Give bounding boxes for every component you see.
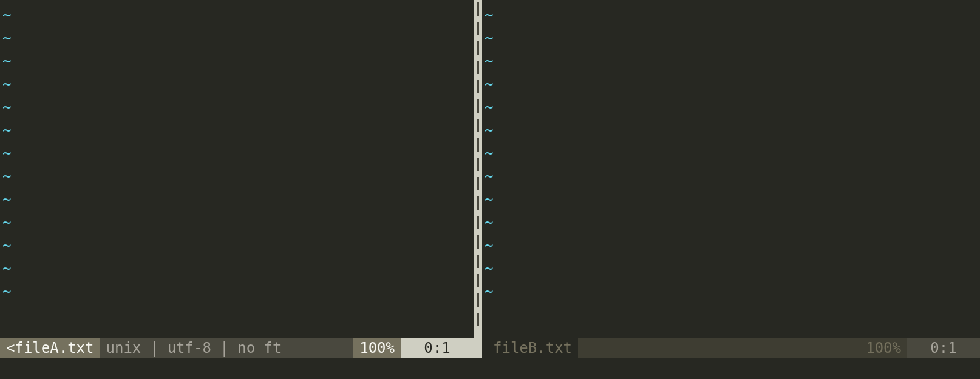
empty-line-tilde: ~: [482, 142, 980, 165]
empty-line-tilde: ~: [0, 27, 474, 50]
status-linecol: 0:1: [907, 338, 980, 358]
split-dash: [477, 313, 479, 326]
buffer-right[interactable]: ~~~~~~~~~~~~~: [482, 0, 980, 338]
split-dash: [477, 235, 479, 249]
split-dash: [477, 274, 479, 287]
empty-line-tilde: ~: [482, 211, 980, 234]
empty-line-tilde: ~: [482, 188, 980, 211]
split-dash: [477, 22, 479, 35]
split-dash: [477, 61, 479, 74]
status-fileinfo: [578, 338, 860, 358]
empty-line-tilde: ~: [0, 188, 474, 211]
split-dash: [477, 293, 479, 307]
split-panes: ~~~~~~~~~~~~~ <fileA.txt unix | utf-8 | …: [0, 0, 980, 358]
empty-line-tilde: ~: [0, 165, 474, 188]
command-line[interactable]: [0, 358, 980, 379]
status-fileinfo: unix | utf-8 | no ft: [100, 338, 354, 358]
empty-line-tilde: ~: [0, 142, 474, 165]
statusline-left: <fileA.txt unix | utf-8 | no ft 100% 0:1: [0, 338, 474, 358]
empty-line-tilde: ~: [0, 257, 474, 280]
empty-line-tilde: ~: [0, 234, 474, 257]
buffer-left[interactable]: ~~~~~~~~~~~~~: [0, 0, 474, 338]
empty-line-tilde: ~: [482, 280, 980, 303]
empty-line-tilde: ~: [0, 96, 474, 119]
empty-line-tilde: ~: [0, 211, 474, 234]
split-dash: [477, 196, 479, 210]
empty-line-tilde: ~: [482, 234, 980, 257]
empty-line-tilde: ~: [482, 27, 980, 50]
split-dash: [477, 80, 479, 93]
empty-line-tilde: ~: [0, 4, 474, 27]
status-percent: 100%: [353, 338, 401, 358]
split-dash: [477, 119, 479, 132]
split-dash: [477, 255, 479, 268]
empty-line-tilde: ~: [482, 50, 980, 73]
split-dash: [477, 158, 479, 171]
empty-line-tilde: ~: [0, 119, 474, 142]
empty-line-tilde: ~: [482, 96, 980, 119]
empty-line-tilde: ~: [482, 119, 980, 142]
empty-line-tilde: ~: [482, 4, 980, 27]
empty-line-tilde: ~: [482, 257, 980, 280]
split-dash: [477, 216, 479, 229]
vertical-split-bar[interactable]: [474, 0, 482, 358]
status-linecol: 0:1: [401, 338, 474, 358]
split-dash: [477, 41, 479, 55]
empty-line-tilde: ~: [0, 280, 474, 303]
vim-editor: ~~~~~~~~~~~~~ <fileA.txt unix | utf-8 | …: [0, 0, 980, 379]
split-dash: [477, 138, 479, 152]
split-dash: [477, 2, 479, 16]
status-filename: <fileA.txt: [0, 338, 100, 358]
status-filename: fileB.txt: [482, 338, 578, 358]
empty-line-tilde: ~: [0, 50, 474, 73]
split-dash: [477, 99, 479, 113]
empty-line-tilde: ~: [482, 165, 980, 188]
statusline-right: fileB.txt 100% 0:1: [482, 338, 980, 358]
empty-line-tilde: ~: [482, 73, 980, 96]
empty-line-tilde: ~: [0, 73, 474, 96]
pane-right: ~~~~~~~~~~~~~ fileB.txt 100% 0:1: [482, 0, 980, 358]
pane-left: ~~~~~~~~~~~~~ <fileA.txt unix | utf-8 | …: [0, 0, 474, 358]
split-dash: [477, 177, 479, 190]
status-percent: 100%: [860, 338, 907, 358]
